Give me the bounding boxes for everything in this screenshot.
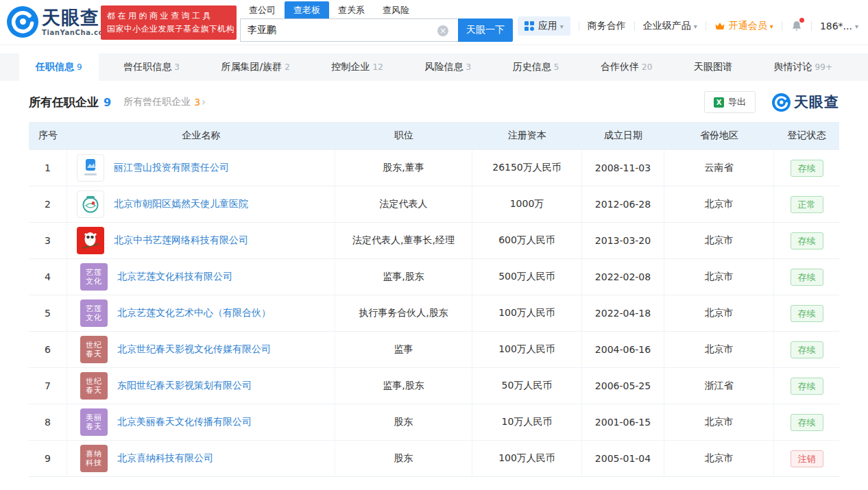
company-link[interactable]: 北京喜纳科技有限公司 xyxy=(117,452,213,465)
apps-label: 应用 xyxy=(538,20,557,32)
company-link[interactable]: 丽江雪山投资有限责任公司 xyxy=(114,162,229,174)
search-tab-company[interactable]: 查公司 xyxy=(240,1,285,19)
apps-menu[interactable]: 应用 ▾ xyxy=(518,16,570,36)
business-cooperation-link[interactable]: 商务合作 xyxy=(588,20,626,32)
clear-search-icon[interactable]: × xyxy=(437,25,448,36)
company-logo-text: 美丽 春天 xyxy=(80,408,108,436)
tianyancha-logo-icon xyxy=(772,93,791,112)
positions-table: 序号 企业名称 职位 注册资本 成立日期 省份地区 登记状态 1 丽江雪山投资有… xyxy=(29,122,839,477)
tab-partners[interactable]: 合作伙伴20 xyxy=(584,53,668,81)
status-badge: 存续 xyxy=(791,341,823,358)
company-logo xyxy=(77,154,104,182)
company-logo-text: 世纪 春天 xyxy=(80,336,108,363)
company-link[interactable]: 东阳世纪春天影视策划有限公司 xyxy=(117,380,252,392)
search-tab-risk[interactable]: 查风险 xyxy=(374,1,418,19)
notification-dot xyxy=(799,18,804,23)
tab-positions[interactable]: 任职信息9 xyxy=(19,53,99,81)
status-badge: 存续 xyxy=(791,414,823,431)
promo-line2: 国家中小企业发展子基金旗下机构 xyxy=(107,23,230,36)
user-account-menu[interactable]: 186*... ▾ xyxy=(820,21,858,32)
tab-former-positions[interactable]: 曾任职信息3 xyxy=(107,53,196,81)
chevron-right-icon: › xyxy=(202,96,206,108)
table-row: 7 世纪 春天 东阳世纪春天影视策划有限公司 监事,股东 50万人民币 2006… xyxy=(29,367,839,404)
table-row: 5 艺莲 文化 北京艺莲文化艺术中心（有限合伙） 执行事务合伙人,股东 100万… xyxy=(29,295,839,331)
header-menu: 应用 ▾ 商务合作 企业级产品 ▾ 开通会员 ▾ 186*... ▾ xyxy=(518,16,858,36)
former-positions-link[interactable]: 所有曾任职企业 3 › xyxy=(123,96,206,108)
section-header: 所有任职企业 9 所有曾任职企业 3 › X 导出 天眼查 xyxy=(29,91,839,113)
table-row: 3 北京中书艺莲网络科技有限公司 法定代表人,董事长,经理 600万人民币 20… xyxy=(29,222,839,258)
vip-label: 开通会员 xyxy=(729,20,767,32)
company-link[interactable]: 北京市朝阳区嫣然天使儿童医院 xyxy=(114,198,248,210)
tab-history-info[interactable]: 历史信息5 xyxy=(496,53,576,81)
table-row: 8 美丽 春天 北京美丽春天文化传播有限公司 股东 10万人民币 2001-06… xyxy=(29,404,839,440)
company-link[interactable]: 北京艺莲文化艺术中心（有限合伙） xyxy=(117,307,271,319)
tab-public-opinion[interactable]: 舆情讨论99+ xyxy=(758,53,849,81)
company-logo xyxy=(77,191,104,218)
company-logo-text: 喜纳 科技 xyxy=(80,445,108,472)
company-logo-owl xyxy=(77,227,104,254)
company-logo-text: 世纪 春天 xyxy=(80,372,108,400)
status-badge: 存续 xyxy=(791,160,823,177)
export-button[interactable]: X 导出 xyxy=(704,91,756,113)
apps-grid-icon xyxy=(525,21,534,31)
search-tab-relation[interactable]: 查关系 xyxy=(329,1,374,19)
tab-risk-info[interactable]: 风险信息3 xyxy=(408,53,487,81)
company-logo-text: 艺莲 文化 xyxy=(80,263,108,291)
vip-upgrade-menu[interactable]: 开通会员 ▾ xyxy=(714,20,773,32)
company-logo-text: 艺莲 文化 xyxy=(80,299,108,327)
user-phone: 186*... xyxy=(820,21,852,32)
promo-badge: 都在用的商业查询工具 国家中小企业发展子基金旗下机构 xyxy=(101,5,237,40)
detail-nav-tabs: 任职信息9 曾任职信息3 所属集团/族群2 控制企业12 风险信息3 历史信息5… xyxy=(0,53,868,81)
status-badge: 存续 xyxy=(791,305,823,322)
chevron-down-icon: ▾ xyxy=(770,23,773,30)
crown-icon xyxy=(714,21,725,31)
table-row: 2 北京市朝阳区嫣然天使儿童医院 法定代表人 1000万 2012-06-28 … xyxy=(29,186,839,222)
table-row: 9 喜纳 科技 北京喜纳科技有限公司 股东 100万人民币 2005-01-04… xyxy=(29,440,839,476)
tianyancha-logo-icon xyxy=(7,6,38,38)
top-header: 天眼查 TianYanCha.com 都在用的商业查询工具 国家中小企业发展子基… xyxy=(0,0,868,45)
excel-icon: X xyxy=(714,97,724,108)
table-row: 4 艺莲 文化 北京艺莲文化科技有限公司 监事,股东 500万人民币 2022-… xyxy=(29,258,839,295)
promo-line1: 都在用的商业查询工具 xyxy=(107,10,230,23)
company-link[interactable]: 北京世纪春天影视文化传媒有限公司 xyxy=(117,343,271,356)
section-title: 所有任职企业 xyxy=(29,95,99,110)
status-badge: 注销 xyxy=(791,450,823,467)
search-area: 查公司 查老板 查关系 查风险 天眼一下 × xyxy=(240,1,513,42)
chevron-down-icon: ▾ xyxy=(694,23,697,30)
section-title-count: 9 xyxy=(104,96,111,109)
table-row: 1 丽江雪山投资有限责任公司 股东,董事 26150万人民币 2008-11-0… xyxy=(29,149,839,186)
enterprise-products-label: 企业级产品 xyxy=(643,20,691,32)
tab-group-cluster[interactable]: 所属集团/族群2 xyxy=(205,53,306,81)
watermark-logo: 天眼查 xyxy=(772,93,839,112)
table-header-row: 序号 企业名称 职位 注册资本 成立日期 省份地区 登记状态 xyxy=(29,122,839,149)
company-link[interactable]: 北京中书艺莲网络科技有限公司 xyxy=(114,234,248,247)
search-button[interactable]: 天眼一下 xyxy=(458,19,513,42)
chevron-down-icon: ▾ xyxy=(855,23,858,30)
notifications-button[interactable] xyxy=(791,20,803,32)
enterprise-products-menu[interactable]: 企业级产品 ▾ xyxy=(643,20,697,32)
company-link[interactable]: 北京艺莲文化科技有限公司 xyxy=(117,271,232,283)
search-tabs: 查公司 查老板 查关系 查风险 xyxy=(240,1,513,19)
search-input[interactable] xyxy=(240,19,458,42)
site-logo[interactable]: 天眼查 TianYanCha.com xyxy=(7,6,111,38)
chevron-down-icon: ▾ xyxy=(560,23,564,30)
status-badge: 存续 xyxy=(791,378,823,395)
status-badge: 正常 xyxy=(791,196,823,213)
search-tab-boss[interactable]: 查老板 xyxy=(285,1,329,19)
status-badge: 存续 xyxy=(791,232,823,249)
tab-controlled-companies[interactable]: 控制企业12 xyxy=(315,53,400,81)
company-link[interactable]: 北京美丽春天文化传播有限公司 xyxy=(117,416,252,428)
tab-graph[interactable]: 天眼图谱 xyxy=(677,53,749,81)
table-row: 6 世纪 春天 北京世纪春天影视文化传媒有限公司 监事 100万人民币 2004… xyxy=(29,331,839,367)
status-badge: 存续 xyxy=(791,269,823,286)
